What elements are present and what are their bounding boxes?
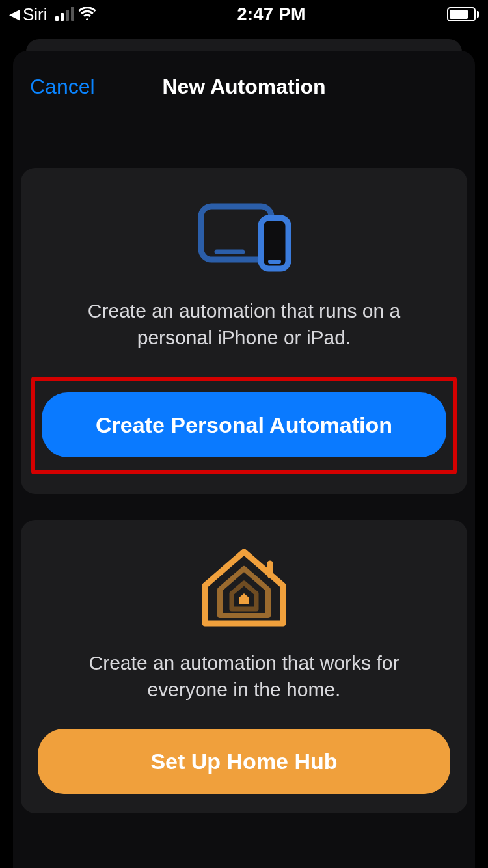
status-time: 2:47 PM [237,5,306,25]
set-up-home-hub-button[interactable]: Set Up Home Hub [38,729,450,794]
back-caret-icon[interactable]: ◀ [9,7,20,21]
home-automation-description: Create an automation that works for ever… [62,650,426,703]
create-personal-automation-button[interactable]: Create Personal Automation [42,392,446,457]
cancel-button[interactable]: Cancel [30,75,95,99]
new-automation-sheet: Cancel New Automation Create an automati… [13,51,475,868]
wifi-icon [78,5,96,25]
battery-icon [447,7,479,21]
home-icon [195,550,293,628]
home-automation-card: Create an automation that works for ever… [21,520,467,813]
cellular-signal-icon [55,8,74,21]
status-bar: ◀ Siri 2:47 PM [0,0,488,29]
status-left-group: ◀ Siri [9,5,96,25]
devices-icon [192,198,296,276]
back-to-app-label[interactable]: Siri [23,5,47,25]
tutorial-highlight-box: Create Personal Automation [31,377,457,474]
personal-automation-card: Create an automation that runs on a pers… [21,168,467,494]
sheet-nav-bar: Cancel New Automation [21,51,467,122]
personal-automation-description: Create an automation that runs on a pers… [62,298,426,351]
automation-options: Create an automation that runs on a pers… [21,168,467,813]
